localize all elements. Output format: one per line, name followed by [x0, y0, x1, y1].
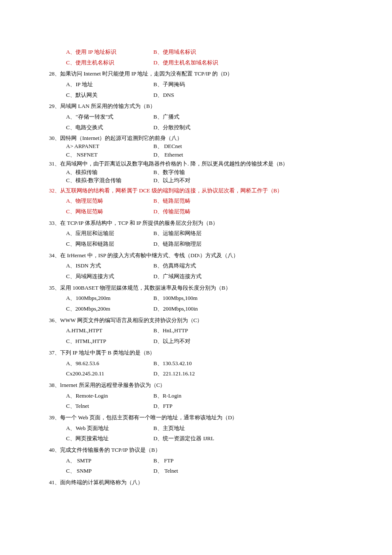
- options: A、IP 地址B、子网掩码C、默认网关D、DNS: [49, 79, 343, 100]
- question: 40、完成文件传输服务的 TCP/IP 协议是（B）A、 SMTPB、 FTPC…: [49, 445, 343, 477]
- option: A、Web 页面地址: [66, 423, 153, 434]
- option: B、HnL,HTTP: [153, 325, 241, 336]
- options-row: A、100Mbps,200mB、100Mbps,100m: [66, 293, 343, 304]
- options: A、100Mbps,200mB、100Mbps,100mC、200Mbps,20…: [49, 293, 343, 314]
- option: D、以上均不对: [153, 336, 241, 347]
- option: A、应用层和运输层: [66, 228, 153, 239]
- option: C、网页搜索地址: [66, 433, 153, 444]
- option: D、使用主机名加域名标识: [153, 58, 241, 68]
- options: A、使用 IP 地址标识B、使用域名标识C、使用主机名标识D、使用主机名加域名标…: [49, 47, 343, 68]
- options-row: A、应用层和运输层B、运输层和网络层: [66, 228, 343, 239]
- question-text: 40、完成文件传输服务的 TCP/IP 协议是（B）: [49, 445, 343, 456]
- option: C、电路交换式: [66, 122, 153, 133]
- options-row: C、TelnetD、FTP: [66, 401, 343, 412]
- option: A> ARPANET: [66, 142, 153, 151]
- option: D、传输层范畴: [153, 206, 241, 217]
- options-row: A、Web 页面地址B、主页地址: [66, 423, 343, 434]
- question-text: 36、WWW 网页文件的编写语言及相应的支持协议分别为（C）: [49, 315, 343, 326]
- option: B、主页地址: [153, 423, 241, 434]
- question: 36、WWW 网页文件的编写语言及相应的支持协议分别为（C）A.HTML,HTP…: [49, 315, 343, 347]
- option: A、 SMTP: [66, 456, 153, 466]
- question: 30、因特网（Internet）的起源可追溯到它的前身（八）A> ARPANET…: [49, 134, 343, 159]
- question-text: 28、如果访问 Internet 时只能使用 IP 地址，走因为没有配置 TCP…: [49, 69, 343, 79]
- options-row: A、"存储一转发"式B、广播式: [66, 112, 343, 122]
- question-text: 37、下列 IP 地址中属于 B 类地址的是（B）: [49, 348, 343, 358]
- option: B、链路层范畴: [153, 196, 241, 206]
- options-row: C、使用主机名标识D、使用主机名加域名标识: [66, 58, 343, 68]
- option: B、100Mbps,100m: [153, 293, 241, 304]
- option: A、98.62.53.6: [66, 358, 153, 369]
- options-row: A> ARPANETB、 DECnet: [66, 142, 343, 151]
- option: C、HTML,HTTP: [66, 336, 153, 347]
- options: A> ARPANETB、 DECnetC、 NSFNETD、 Ethernet: [49, 142, 343, 159]
- options-row: A.HTML,HTPTB、HnL,HTTP: [66, 325, 343, 336]
- option: D、200Mbps,100in: [153, 304, 241, 314]
- option: B、使用域名标识: [153, 47, 241, 58]
- option: A、模拟传输: [66, 168, 153, 177]
- option: B、子网掩码: [153, 79, 241, 90]
- option: B、运输层和网络层: [153, 228, 241, 239]
- option: A、使用 IP 地址标识: [66, 47, 153, 58]
- option: C、 NSFNET: [66, 151, 153, 159]
- options: A、Web 页面地址B、主页地址C、网页搜索地址D、统一资源定位器 IJRL: [49, 423, 343, 444]
- question: A、使用 IP 地址标识B、使用域名标识C、使用主机名标识D、使用主机名加域名标…: [49, 47, 343, 68]
- question: 31、在局域网中，由于距离近以及数字电路器件价格的卜. 降，所以更具优越性的传输…: [49, 160, 343, 185]
- option: B、R-Login: [153, 391, 241, 401]
- option: A、100Mbps,200m: [66, 293, 153, 304]
- question: 33、在 TCP/IP 体系结构中，TCP 和 IP 所提供的服务层次分别为（B…: [49, 218, 343, 250]
- option: D、以上均不对: [153, 176, 241, 185]
- option: A.HTML,HTPT: [66, 325, 153, 336]
- question-text: 30、因特网（Internet）的起源可追溯到它的前身（八）: [49, 134, 343, 142]
- option: D、 Telnet: [153, 466, 241, 477]
- options-row: Cx200.245.20.11D、221.121.16.12: [66, 369, 343, 379]
- options-row: C、HTML,HTTPD、以上均不对: [66, 336, 343, 347]
- option: D、221.121.16.12: [153, 369, 241, 379]
- option: D、广域网连接方式: [153, 271, 241, 282]
- options-row: C、网络层和链路层D、链路层和物理层: [66, 239, 343, 250]
- options-row: C、网络层范畴D、传输层范畴: [66, 206, 343, 217]
- question: 29、局域网 LAN 所采用的传输方式为（B）A、"存储一转发"式B、广播式C、…: [49, 101, 343, 133]
- options-row: A、物理层范畴B、链路层范畴: [66, 196, 343, 206]
- option: D、 Ethernet: [153, 151, 241, 159]
- options-row: A、使用 IP 地址标识B、使用域名标识: [66, 47, 343, 58]
- question-text: 34、在 IrHernet 中，ISP 的接入方式有帧中继方式、专线（DD\）方…: [49, 250, 343, 261]
- options-row: C、局域网连接方式D、广域网连接方式: [66, 271, 343, 282]
- question-text: 39、每一个 Web 页面，包括主页都有一个唯一的地址，通常称该地址为（D）: [49, 413, 343, 423]
- options-row: C、 SNMPD、 Telnet: [66, 466, 343, 477]
- option: C、默认网关: [66, 90, 153, 101]
- option: C、200Mbps,200m: [66, 304, 153, 314]
- question-text: 29、局域网 LAN 所采用的传输方式为（B）: [49, 101, 343, 112]
- option: B、130.53.42.10: [153, 358, 241, 369]
- question-text: 33、在 TCP/IP 体系结构中，TCP 和 IP 所提供的服务层次分别为（B…: [49, 218, 343, 229]
- question: 41、面向终端的计算机网络称为（八）: [49, 477, 343, 488]
- options: A、模拟传输B、数字传输C、模拟-数字混合传输D、以上均不对: [49, 168, 343, 185]
- option: A、物理层范畴: [66, 196, 153, 206]
- option: A、ISDN 方式: [66, 261, 153, 271]
- question-text: 41、面向终端的计算机网络称为（八）: [49, 477, 343, 488]
- options-row: C、电路交换式D、分散控制式: [66, 122, 343, 133]
- options-row: C、网页搜索地址D、统一资源定位器 IJRL: [66, 433, 343, 444]
- options-row: A、IP 地址B、子网掩码: [66, 79, 343, 90]
- question: 34、在 IrHernet 中，ISP 的接入方式有帧中继方式、专线（DD\）方…: [49, 250, 343, 282]
- question-text: 38、lrnernet 所采用的远程登录服务协议为（C）: [49, 380, 343, 391]
- option: B、 DECnet: [153, 142, 241, 151]
- option: D、FTP: [153, 401, 241, 412]
- question: 35、采用 100BASET 物理层媒体规范，其数据速率及每段长度分别为（B）A…: [49, 283, 343, 314]
- question: 37、下列 IP 地址中属于 B 类地址的是（B）A、98.62.53.6B、1…: [49, 348, 343, 379]
- option: B、广播式: [153, 112, 241, 122]
- options-row: C、默认网关D、DNS: [66, 90, 343, 101]
- option: D、链路层和物理层: [153, 239, 241, 250]
- option: C、网络层和链路层: [66, 239, 153, 250]
- option: C、 SNMP: [66, 466, 153, 477]
- options-row: A、98.62.53.6B、130.53.42.10: [66, 358, 343, 369]
- options-row: C、200Mbps,200mD、200Mbps,100in: [66, 304, 343, 314]
- option: C、使用主机名标识: [66, 58, 153, 68]
- option: C、局域网连接方式: [66, 271, 153, 282]
- options-row: C、 NSFNETD、 Ethernet: [66, 151, 343, 159]
- option: A、"存储一转发"式: [66, 112, 153, 122]
- options-row: A、 SMTPB、 FTP: [66, 456, 343, 466]
- options: A.HTML,HTPTB、HnL,HTTPC、HTML,HTTPD、以上均不对: [49, 325, 343, 346]
- option: C、网络层范畴: [66, 206, 153, 217]
- option: B、仿真终端方式: [153, 261, 241, 271]
- options: A、物理层范畴B、链路层范畴C、网络层范畴D、传输层范畴: [49, 196, 343, 217]
